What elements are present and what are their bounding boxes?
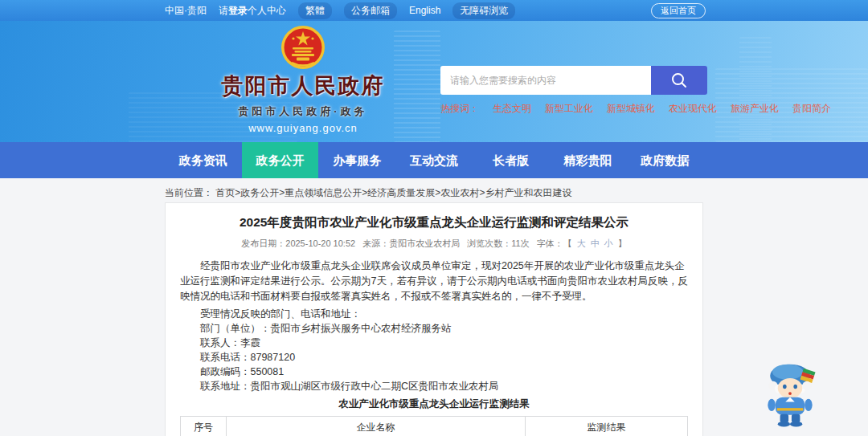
login-prefix: 请 (219, 5, 228, 16)
hot-link-agriculture[interactable]: 农业现代化 (669, 102, 717, 116)
monitoring-results-table: 序号 企业名称 监测结果 1 贵州合力超市采购有限公司 合格 2 贵州友禾种业有… (180, 416, 688, 436)
main-nav: 政务资讯 政务公开 办事服务 互动交流 长者版 精彩贵阳 政府数据 (0, 142, 868, 178)
nav-item-news[interactable]: 政务资讯 (165, 142, 242, 178)
paragraph: 受理情况反映的部门、电话和地址： (180, 307, 688, 321)
paragraph: 联系人：李霞 (180, 336, 688, 350)
search-icon (670, 71, 688, 89)
top-link-english[interactable]: English (409, 5, 440, 16)
article-card: 2025年度贵阳市农业产业化市级重点龙头企业运行监测和评定结果公示 发布日期：2… (165, 202, 703, 436)
return-home-button[interactable]: 返回首页 (651, 3, 706, 18)
font-size-large-button[interactable]: 大 (577, 238, 586, 248)
breadcrumb: 当前位置： 首页>政务公开>重点领域信息公开>经济高质量发展>农业农村>乡村产业… (165, 186, 868, 200)
table-caption: 农业产业化市级重点龙头企业运行监测结果 (180, 397, 688, 411)
header-result: 监测结果 (526, 417, 688, 436)
site-url: www.guiyang.gov.cn (170, 122, 436, 134)
top-link-traditional-chinese[interactable]: 繁體 (298, 2, 332, 19)
font-size-medium-button[interactable]: 中 (591, 238, 600, 248)
nav-item-gov-disclosure[interactable]: 政务公开 (242, 142, 319, 178)
top-link-china-guiyang[interactable]: 中国·贵阳 (165, 4, 207, 18)
login-suffix: 个人中心 (248, 5, 286, 16)
site-logo[interactable]: 贵阳市人民政府 贵阳市人民政府·政务 www.guiyang.gov.cn (170, 25, 436, 134)
nav-item-wonderful-guiyang[interactable]: 精彩贵阳 (550, 142, 627, 178)
hot-search-row: 热搜词： 生态文明 新型工业化 新型城镇化 农业现代化 旅游产业化 贵阳简介 (440, 102, 707, 116)
hot-search-label: 热搜词： (440, 102, 479, 116)
skyline-decoration (739, 37, 772, 142)
font-size-label-close: 】 (618, 238, 627, 248)
font-size-small-button[interactable]: 小 (604, 238, 613, 248)
national-emblem-icon (280, 25, 326, 70)
top-bar-links: 中国·贵阳 请登录个人中心 繁體 公务邮箱 English 无障碍浏览 (165, 2, 515, 19)
hot-link-ecology[interactable]: 生态文明 (493, 102, 531, 116)
nav-item-services[interactable]: 办事服务 (318, 142, 395, 178)
top-link-login[interactable]: 请登录个人中心 (219, 4, 286, 18)
paragraph: 联系地址：贵阳市观山湖区市级行政中心二期C区贵阳市农业农村局 (180, 379, 688, 393)
table-header-row: 序号 企业名称 监测结果 (181, 417, 688, 436)
hot-link-guiyang-intro[interactable]: 贵阳简介 (792, 102, 831, 116)
top-bar: 中国·贵阳 请登录个人中心 繁體 公务邮箱 English 无障碍浏览 返回首页 (0, 0, 868, 21)
publish-date: 发布日期：2025-10-20 10:52 (241, 238, 355, 248)
paragraph: 经贵阳市农业产业化市级重点龙头企业联席会议成员单位审定，现对2025年开展的农业… (180, 259, 688, 304)
article-title: 2025年度贵阳市农业产业化市级重点龙头企业运行监测和评定结果公示 (180, 214, 688, 230)
mascot-assistant[interactable] (759, 361, 821, 428)
font-size-label: 字体：【 (537, 238, 572, 248)
header-banner: 贵阳市人民政府 贵阳市人民政府·政务 www.guiyang.gov.cn 热搜… (0, 21, 868, 142)
header-serial: 序号 (181, 417, 227, 436)
login-bold: 登录 (228, 5, 248, 16)
hot-link-urbanization[interactable]: 新型城镇化 (607, 102, 655, 116)
article-body: 经贵阳市农业产业化市级重点龙头企业联席会议成员单位审定，现对2025年开展的农业… (180, 259, 688, 393)
top-link-official-mail[interactable]: 公务邮箱 (344, 2, 397, 19)
header-company-name: 企业名称 (226, 417, 525, 436)
article-meta: 发布日期：2025-10-20 10:52 来源：贵阳市农业农村局 浏览次数：1… (180, 238, 688, 250)
nav-item-senior-version[interactable]: 长者版 (473, 142, 550, 178)
search-button[interactable] (651, 66, 707, 95)
nav-item-gov-data[interactable]: 政府数据 (626, 142, 703, 178)
hot-link-tourism[interactable]: 旅游产业化 (731, 102, 779, 116)
search-area: 热搜词： 生态文明 新型工业化 新型城镇化 农业现代化 旅游产业化 贵阳简介 (440, 66, 707, 116)
breadcrumb-path[interactable]: 首页>政务公开>重点领域信息公开>经济高质量发展>农业农村>乡村产业和农田建设 (215, 187, 571, 198)
paragraph: 联系电话：87987120 (180, 350, 688, 365)
top-link-accessibility[interactable]: 无障碍浏览 (452, 2, 515, 19)
paragraph: 部门（单位）：贵阳市乡村振兴服务中心农村经济服务站 (180, 321, 688, 336)
search-input[interactable] (440, 66, 651, 95)
site-subtitle: 贵阳市人民政府·政务 (170, 104, 436, 119)
nav-item-interaction[interactable]: 互动交流 (395, 142, 473, 178)
view-count: 浏览次数：11次 (467, 238, 529, 248)
paragraph: 邮政编码：550081 (180, 365, 688, 379)
hot-link-industry[interactable]: 新型工业化 (545, 102, 593, 116)
site-title: 贵阳市人民政府 (170, 71, 436, 100)
breadcrumb-label: 当前位置： (165, 187, 213, 198)
article-source: 来源：贵阳市农业农村局 (362, 238, 460, 248)
